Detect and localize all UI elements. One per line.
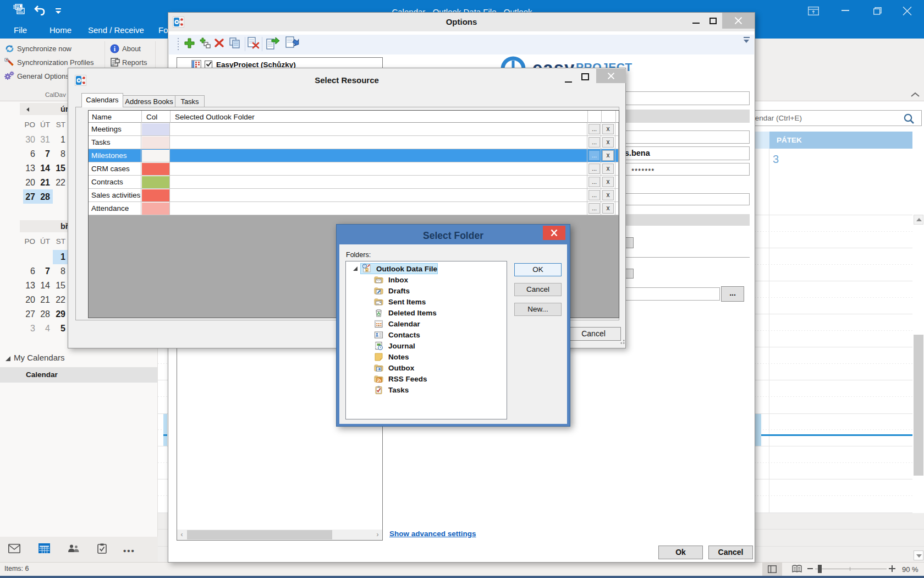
- svg-text:M: M: [112, 64, 114, 67]
